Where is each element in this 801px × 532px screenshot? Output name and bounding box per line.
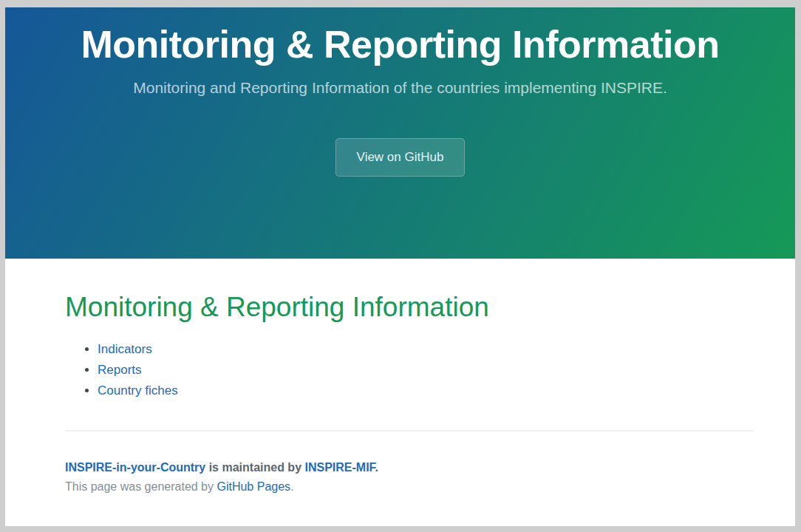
link-reports[interactable]: Reports xyxy=(98,363,142,377)
page-heading: Monitoring & Reporting Information xyxy=(65,291,754,324)
links-list: Indicators Reports Country fiches xyxy=(65,341,754,399)
project-tagline: Monitoring and Reporting Information of … xyxy=(17,77,783,99)
main-content: Monitoring & Reporting Information Indic… xyxy=(65,259,754,497)
desktop-background: Monitoring & Reporting Information Monit… xyxy=(0,0,801,532)
footer-owner-line: INSPIRE-in-your-Country is maintained by… xyxy=(65,458,754,477)
footer-divider xyxy=(65,430,754,432)
footer-github-pages-link[interactable]: GitHub Pages xyxy=(217,480,290,493)
footer-maintainer-link[interactable]: INSPIRE-MIF xyxy=(304,461,375,474)
footer-owner-period: . xyxy=(375,461,378,474)
link-indicators[interactable]: Indicators xyxy=(98,342,152,356)
footer-credits-line: This page was generated by GitHub Pages. xyxy=(65,477,754,497)
footer-credits-period: . xyxy=(290,480,293,493)
browser-page: Monitoring & Reporting Information Monit… xyxy=(5,7,795,526)
site-footer: INSPIRE-in-your-Country is maintained by… xyxy=(65,458,754,497)
footer-repo-link[interactable]: INSPIRE-in-your-Country xyxy=(65,461,205,474)
footer-maintained-text: is maintained by xyxy=(205,461,304,474)
project-title: Monitoring & Reporting Information xyxy=(17,23,783,67)
footer-credits-text: This page was generated by xyxy=(65,480,217,493)
view-on-github-button[interactable]: View on GitHub xyxy=(335,138,466,177)
list-item: Indicators xyxy=(98,341,754,358)
link-country-fiches[interactable]: Country fiches xyxy=(98,383,178,398)
list-item: Reports xyxy=(98,362,754,378)
list-item: Country fiches xyxy=(98,383,754,399)
hero-banner: Monitoring & Reporting Information Monit… xyxy=(5,7,795,259)
